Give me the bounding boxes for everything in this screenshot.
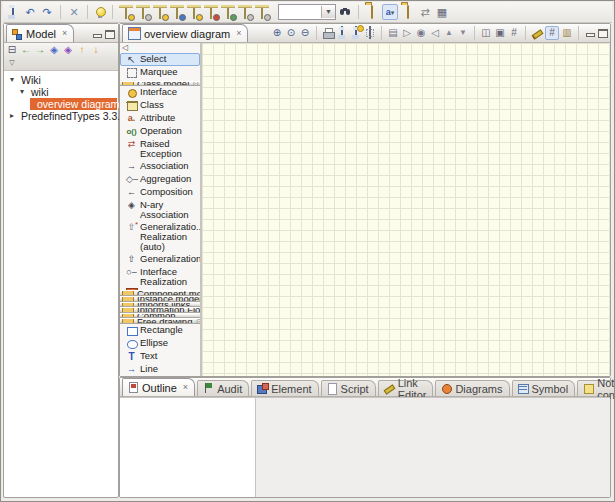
- tree-row-overview-diagram[interactable]: overview diagram: [4, 98, 118, 110]
- tab-notes-and-constraints[interactable]: Notes and constraints: [577, 380, 615, 396]
- text-icon: T: [126, 351, 137, 362]
- show-flags-icon[interactable]: ▷: [401, 27, 413, 39]
- undo-icon[interactable]: ↶: [23, 5, 37, 19]
- snap-to-grid-icon[interactable]: #: [545, 26, 559, 40]
- grid-icon[interactable]: #: [508, 27, 520, 39]
- related-previous-icon[interactable]: ◈: [48, 44, 60, 56]
- palette-item-raised-exception[interactable]: ⇄ Raised Exception: [120, 138, 200, 160]
- zoom-original-icon[interactable]: ⊙: [285, 27, 297, 39]
- fit-to-page-icon[interactable]: [364, 27, 376, 39]
- navigate-back-icon[interactable]: ←: [20, 44, 32, 56]
- search-combo[interactable]: ▼: [278, 4, 336, 20]
- expander-open-icon[interactable]: ▾: [18, 86, 26, 98]
- palette-item-interface-realization[interactable]: ○– Interface Realization: [120, 266, 200, 288]
- outline-view-content[interactable]: [120, 398, 256, 497]
- model-button-8-icon[interactable]: [238, 5, 252, 19]
- mask-element-icon[interactable]: ◉: [415, 27, 427, 39]
- palette-item-text[interactable]: T Text: [120, 350, 200, 363]
- model-button-2-icon[interactable]: [136, 5, 150, 19]
- expander-open-icon[interactable]: ▾: [8, 74, 16, 86]
- bottom-tab-label: Diagrams: [455, 383, 502, 395]
- palette-item-label: Rectangle: [140, 325, 183, 335]
- minimize-icon[interactable]: [91, 29, 102, 39]
- unmask-element-icon[interactable]: ◁: [429, 27, 441, 39]
- ref-view-icon[interactable]: ⇄: [418, 5, 432, 19]
- cut-tool-icon[interactable]: ✕: [67, 5, 81, 19]
- expander-closed-icon[interactable]: ▸: [8, 110, 16, 122]
- combo-dropdown-icon[interactable]: ▼: [321, 6, 335, 18]
- model-explorer-panel: Model × ⊟ ← → ◈ ◈ ↑ ↓ ▽ ▾ Wiki: [3, 23, 119, 498]
- palette-item-composition[interactable]: ← Composition: [120, 186, 200, 199]
- tip-lightbulb-icon[interactable]: [94, 6, 106, 18]
- palette-item-line[interactable]: → Line: [120, 363, 200, 376]
- print-icon[interactable]: [322, 27, 334, 39]
- palette-tool-select[interactable]: ↖ Select: [120, 53, 200, 66]
- close-icon[interactable]: ×: [183, 383, 188, 392]
- model-button-9-icon[interactable]: [255, 5, 269, 19]
- palette-collapse-arrow[interactable]: ◁: [120, 43, 200, 53]
- link-view-icon[interactable]: [401, 5, 415, 19]
- diagram-canvas[interactable]: [202, 43, 610, 376]
- zoom-out-icon[interactable]: ⊖: [299, 27, 311, 39]
- palette-item-generalization-realization-auto[interactable]: ⇧ Generalizatio... Realization (auto): [120, 221, 200, 253]
- tab-symbol[interactable]: Symbol: [512, 380, 576, 396]
- palette-item-operation[interactable]: o() Operation: [120, 125, 200, 138]
- tab-script[interactable]: Script: [321, 380, 376, 396]
- palette-item-aggregation[interactable]: ◇– Aggregation: [120, 173, 200, 186]
- alpha-sort-icon[interactable]: a▾: [382, 4, 398, 20]
- model-button-4-icon[interactable]: [170, 5, 184, 19]
- navigate-forward-icon[interactable]: →: [34, 44, 46, 56]
- minimize-icon[interactable]: [584, 28, 595, 38]
- bring-front-icon[interactable]: ▲: [443, 27, 455, 39]
- palette-item-attribute[interactable]: a. Attribute: [120, 112, 200, 125]
- tab-outline[interactable]: Outline ×: [122, 378, 195, 396]
- save-image-icon[interactable]: [336, 27, 348, 39]
- tree-row-wiki-project[interactable]: ▾ Wiki: [4, 74, 118, 86]
- related-next-icon[interactable]: ◈: [62, 44, 74, 56]
- model-button-3-icon[interactable]: [153, 5, 167, 19]
- palette-item-rectangle[interactable]: Rectangle: [120, 324, 200, 337]
- palette-item-ellipse[interactable]: Ellipse: [120, 337, 200, 350]
- maximize-icon[interactable]: [597, 28, 608, 38]
- tab-audit[interactable]: Audit: [197, 380, 249, 396]
- palette-item-nary-association[interactable]: ◈ N-ary Association: [120, 199, 200, 221]
- palette-tool-marquee[interactable]: Marquee: [120, 66, 200, 79]
- binoculars-search-icon[interactable]: [339, 6, 352, 18]
- pencil-style-icon[interactable]: [531, 27, 543, 39]
- tree-row-predefined-types[interactable]: ▸ PredefinedTypes 3.3.00: [4, 110, 118, 122]
- close-icon[interactable]: ×: [236, 29, 241, 38]
- model-button-7-icon[interactable]: [221, 5, 235, 19]
- redo-icon[interactable]: ↷: [40, 5, 54, 19]
- tab-link-editor[interactable]: Link Editor: [378, 380, 434, 396]
- palette-item-generalization[interactable]: ⇧ Generalization: [120, 253, 200, 266]
- generalization-icon: ⇧: [126, 254, 137, 265]
- align-boxes-icon[interactable]: ▣: [494, 27, 506, 39]
- view-menu-icon[interactable]: ▽: [6, 57, 18, 69]
- open-folder-icon[interactable]: [365, 5, 379, 19]
- zoom-in-icon[interactable]: ⊕: [271, 27, 283, 39]
- model-button-1-icon[interactable]: [119, 5, 133, 19]
- interface-icon: [126, 87, 137, 98]
- palette-item-interface[interactable]: Interface: [120, 86, 200, 99]
- tab-diagrams[interactable]: Diagrams: [435, 380, 509, 396]
- close-icon[interactable]: ×: [62, 29, 67, 38]
- send-back-icon[interactable]: ▼: [457, 27, 469, 39]
- grid-view-icon[interactable]: ▦: [435, 5, 449, 19]
- palette-item-class[interactable]: Class: [120, 99, 200, 112]
- show-properties-icon[interactable]: ▤: [387, 27, 399, 39]
- move-up-icon[interactable]: ↑: [76, 44, 88, 56]
- show-columns-icon[interactable]: ▥: [561, 27, 573, 39]
- export-image-icon[interactable]: [350, 27, 362, 39]
- page-bounds-icon[interactable]: ◫: [480, 27, 492, 39]
- model-button-6-icon[interactable]: [204, 5, 218, 19]
- palette-item-association[interactable]: → Association: [120, 160, 200, 173]
- move-down-icon[interactable]: ↓: [90, 44, 102, 56]
- tab-overview-diagram[interactable]: overview diagram ×: [122, 24, 248, 42]
- maximize-icon[interactable]: [104, 29, 115, 39]
- tree-row-wiki-package[interactable]: ▾ wiki: [4, 86, 118, 98]
- collapse-all-icon[interactable]: ⊟: [6, 44, 18, 56]
- model-button-5-icon[interactable]: [187, 5, 201, 19]
- tab-model[interactable]: Model ×: [6, 24, 74, 42]
- save-icon[interactable]: [6, 5, 20, 19]
- tab-element[interactable]: Element: [251, 380, 318, 396]
